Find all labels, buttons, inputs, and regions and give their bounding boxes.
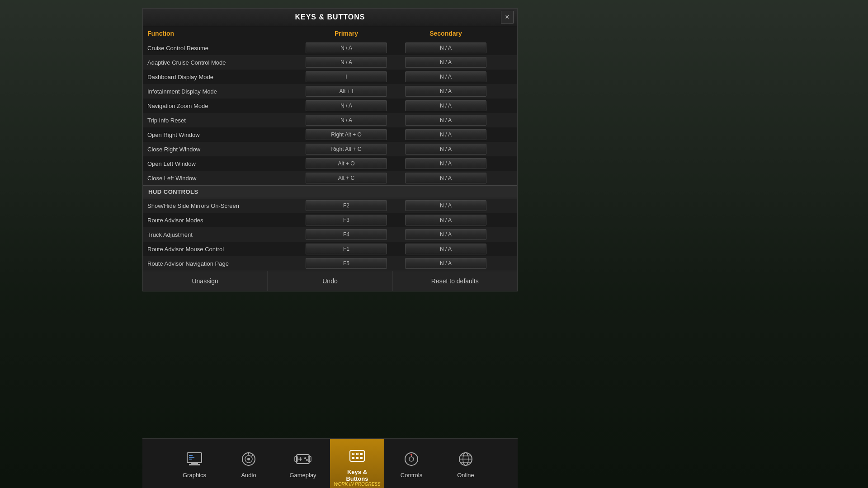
svg-text:Y: Y <box>357 453 358 455</box>
secondary-key-button[interactable]: N / A <box>405 100 486 111</box>
primary-key-button[interactable]: F1 <box>306 244 387 254</box>
row-function-name: Route Advisor Navigation Page <box>147 260 297 267</box>
svg-point-29 <box>410 454 412 455</box>
table-body: Cruise Control ResumeN / AN / AAdaptive … <box>143 41 517 271</box>
secondary-key-button[interactable]: N / A <box>405 173 486 183</box>
modal-footer: Unassign Undo Reset to defaults <box>143 271 517 291</box>
row-function-name: Route Advisor Mouse Control <box>147 246 297 253</box>
table-row: Route Advisor Mouse ControlF1N / A <box>143 242 517 256</box>
svg-line-10 <box>252 455 253 456</box>
hud-controls-section: HUD CONTROLS <box>143 185 517 198</box>
svg-rect-23 <box>356 457 359 459</box>
svg-rect-21 <box>360 453 363 455</box>
secondary-key-button[interactable]: N / A <box>405 144 486 155</box>
nav-item-graphics[interactable]: Graphics <box>167 439 222 488</box>
secondary-key-button[interactable]: N / A <box>405 86 486 97</box>
controls-icon <box>401 448 422 470</box>
primary-key-button[interactable]: N / A <box>306 42 387 53</box>
primary-key-button[interactable]: Right Alt + O <box>306 129 387 140</box>
table-row: Route Advisor Navigation PageF5N / A <box>143 256 517 271</box>
secondary-key-button[interactable]: N / A <box>405 158 486 169</box>
svg-point-28 <box>409 457 414 461</box>
nav-label-graphics: Graphics <box>183 472 206 479</box>
nav-label-gameplay: Gameplay <box>289 472 316 479</box>
primary-key-button[interactable]: Alt + O <box>306 158 387 169</box>
primary-key-button[interactable]: Right Alt + C <box>306 144 387 155</box>
gameplay-icon <box>292 448 314 470</box>
primary-key-button[interactable]: N / A <box>306 57 387 68</box>
nav-bar: GraphicsAudioGameplayXYKeys &ButtonsWORK… <box>142 438 518 488</box>
primary-key-button[interactable]: F2 <box>306 200 387 211</box>
row-function-name: Cruise Control Resume <box>147 45 297 52</box>
row-function-name: Route Advisor Modes <box>147 217 297 224</box>
audio-icon <box>238 448 259 470</box>
row-function-name: Infotainment Display Mode <box>147 88 297 95</box>
table-header: Function Primary Secondary <box>143 26 517 41</box>
table-row: Navigation Zoom ModeN / AN / A <box>143 99 517 113</box>
reset-defaults-button[interactable]: Reset to defaults <box>393 271 517 291</box>
secondary-key-button[interactable]: N / A <box>405 244 486 254</box>
modal-header: KEYS & BUTTONS × <box>143 9 517 26</box>
keys-buttons-modal: KEYS & BUTTONS × Function Primary Second… <box>142 8 518 291</box>
primary-key-button[interactable]: N / A <box>306 115 387 126</box>
svg-rect-1 <box>191 463 198 464</box>
row-function-name: Close Left Window <box>147 175 297 182</box>
table-row: Route Advisor ModesF3N / A <box>143 213 517 227</box>
secondary-key-button[interactable]: N / A <box>405 258 486 269</box>
undo-button[interactable]: Undo <box>268 271 392 291</box>
row-function-name: Open Left Window <box>147 160 297 167</box>
nav-label-keys-buttons: Keys &Buttons <box>346 469 368 482</box>
primary-key-button[interactable]: F3 <box>306 215 387 225</box>
nav-item-gameplay[interactable]: Gameplay <box>276 439 330 488</box>
secondary-key-button[interactable]: N / A <box>405 215 486 225</box>
row-function-name: Close Right Window <box>147 146 297 153</box>
unassign-button[interactable]: Unassign <box>143 271 268 291</box>
primary-key-button[interactable]: N / A <box>306 100 387 111</box>
svg-text:X: X <box>353 453 354 455</box>
secondary-key-button[interactable]: N / A <box>405 200 486 211</box>
nav-label-audio: Audio <box>241 472 256 479</box>
table-row: Infotainment Display ModeAlt + IN / A <box>143 84 517 99</box>
keys-buttons-icon: XY <box>346 445 368 467</box>
primary-key-button[interactable]: F4 <box>306 229 387 240</box>
primary-key-button[interactable]: I <box>306 71 387 82</box>
modal-title: KEYS & BUTTONS <box>295 13 365 21</box>
row-function-name: Open Right Window <box>147 131 297 138</box>
row-function-name: Truck Adjustment <box>147 231 297 238</box>
nav-label-controls: Controls <box>401 472 422 479</box>
col-primary-header: Primary <box>297 30 396 37</box>
secondary-key-button[interactable]: N / A <box>405 129 486 140</box>
secondary-key-button[interactable]: N / A <box>405 71 486 82</box>
row-function-name: Dashboard Display Mode <box>147 74 297 80</box>
secondary-key-button[interactable]: N / A <box>405 42 486 53</box>
svg-point-15 <box>306 459 308 461</box>
svg-rect-22 <box>352 457 354 459</box>
table-row: Open Right WindowRight Alt + ON / A <box>143 127 517 142</box>
table-row: Cruise Control ResumeN / AN / A <box>143 41 517 55</box>
graphics-icon <box>184 448 205 470</box>
secondary-key-button[interactable]: N / A <box>405 57 486 68</box>
table-row: Truck AdjustmentF4N / A <box>143 227 517 242</box>
table-row: Close Right WindowRight Alt + CN / A <box>143 142 517 156</box>
secondary-key-button[interactable]: N / A <box>405 229 486 240</box>
primary-key-button[interactable]: F5 <box>306 258 387 269</box>
svg-rect-2 <box>189 464 200 465</box>
row-function-name: Show/Hide Side Mirrors On-Screen <box>147 202 297 209</box>
online-icon <box>455 448 476 470</box>
close-button[interactable]: × <box>501 11 514 23</box>
table-row: Show/Hide Side Mirrors On-ScreenF2N / A <box>143 198 517 213</box>
nav-item-keys-buttons[interactable]: XYKeys &ButtonsWORK IN PROGRESS <box>330 439 384 488</box>
svg-point-8 <box>247 458 250 460</box>
svg-point-14 <box>304 457 306 459</box>
table-row: Trip Info ResetN / AN / A <box>143 113 517 127</box>
svg-rect-0 <box>187 453 202 463</box>
nav-item-online[interactable]: Online <box>439 439 493 488</box>
svg-rect-24 <box>360 457 363 459</box>
primary-key-button[interactable]: Alt + C <box>306 173 387 183</box>
primary-key-button[interactable]: Alt + I <box>306 86 387 97</box>
col-secondary-header: Secondary <box>396 30 495 37</box>
secondary-key-button[interactable]: N / A <box>405 115 486 126</box>
table-row: Close Left WindowAlt + CN / A <box>143 171 517 185</box>
nav-item-audio[interactable]: Audio <box>222 439 276 488</box>
nav-item-controls[interactable]: Controls <box>384 439 439 488</box>
